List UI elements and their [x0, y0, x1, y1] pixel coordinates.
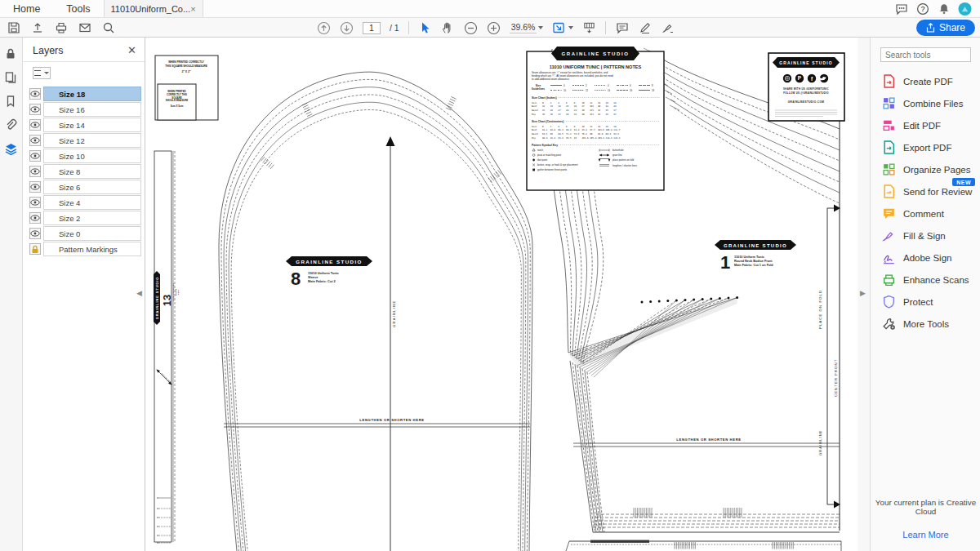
eye-icon[interactable]	[29, 181, 41, 193]
page-scrolling-icon[interactable]	[582, 21, 596, 35]
layer-row-pattern-markings[interactable]: Pattern Markings	[29, 241, 141, 257]
collapse-right-panel-icon[interactable]: ▶	[860, 289, 866, 297]
lock-icon[interactable]	[4, 47, 18, 61]
eye-icon[interactable]	[29, 166, 41, 177]
zoom-out-icon[interactable]	[464, 21, 478, 35]
save-icon[interactable]	[7, 21, 20, 35]
tab-tools[interactable]: Tools	[53, 0, 103, 17]
size-chart-row: Waist 63.5 66 68.5 71.1 73.6 76.2 80 83.…	[532, 132, 619, 136]
layer-row-size-14[interactable]: Size 14	[29, 117, 141, 133]
tool-more-tools[interactable]: More Tools	[871, 313, 980, 335]
tool-comment[interactable]: Comment	[871, 202, 980, 224]
layer-row-size-4[interactable]: Size 4	[29, 194, 141, 211]
print-icon[interactable]	[54, 21, 68, 35]
layer-row-size-12[interactable]: Size 12	[29, 132, 141, 149]
highlight-pencil-icon[interactable]	[638, 21, 652, 35]
bodice-label: GRAINLINE STUDIO 1 11010 Uniform Tunic R…	[715, 240, 796, 273]
layer-row-size-0[interactable]: Size 0	[29, 225, 141, 242]
collapse-left-panel-icon[interactable]: ◀	[136, 289, 142, 297]
email-icon[interactable]	[78, 21, 91, 35]
page-count: / 1	[390, 23, 399, 33]
layer-row-size-18[interactable]: Size 18	[29, 86, 141, 102]
previous-page-icon[interactable]	[317, 21, 331, 35]
layer-row-size-10[interactable]: Size 10	[29, 148, 141, 164]
layer-row-size-2[interactable]: Size 2	[29, 210, 141, 226]
tool-label: More Tools	[903, 319, 949, 329]
page-number-input[interactable]	[363, 22, 381, 34]
help-glyph: ?	[920, 5, 924, 13]
share-button[interactable]: Share	[916, 20, 975, 36]
fit-width-dropdown[interactable]	[552, 21, 573, 34]
eye-icon[interactable]	[29, 228, 41, 239]
close-panel-icon[interactable]: ✕	[127, 44, 136, 56]
chat-icon[interactable]	[894, 2, 908, 16]
tool-label: Organize Pages	[903, 165, 970, 175]
guide-size: 18	[652, 89, 655, 92]
caret-down-icon	[568, 26, 573, 29]
tool-create-pdf[interactable]: Create PDF	[871, 70, 980, 92]
select-tool-icon[interactable]	[418, 21, 432, 35]
tool-send-for-review[interactable]: NEW Send for Review	[871, 180, 980, 202]
tab-home[interactable]: Home	[0, 0, 53, 17]
pages-icon[interactable]	[4, 71, 18, 85]
toolbar: / 1 39.6%	[0, 18, 980, 38]
layer-label: Size 4	[43, 195, 141, 210]
more-tools-icon	[882, 317, 896, 331]
sleeve-lengthen-label: LENGTHEN OR SHORTEN HERE	[359, 418, 424, 422]
search-icon[interactable]	[101, 21, 115, 35]
piece-line: 11010 Uniform Tunic	[734, 256, 764, 259]
lock-layer-icon[interactable]	[29, 243, 41, 255]
upload-icon[interactable]	[30, 21, 44, 35]
key-item: pivot or matching point	[537, 153, 561, 157]
next-page-icon[interactable]	[340, 21, 354, 35]
paperclip-icon[interactable]	[4, 118, 18, 132]
eye-icon[interactable]	[29, 119, 41, 131]
tab-document[interactable]: 11010Uniform_Co... ×	[104, 0, 203, 17]
tool-edit-pdf[interactable]: Edit PDF	[871, 114, 980, 136]
eye-icon[interactable]	[29, 88, 41, 100]
help-icon[interactable]: ?	[915, 2, 929, 16]
layer-row-size-8[interactable]: Size 8	[29, 163, 141, 180]
tool-fill-sign[interactable]: Fill & Sign	[871, 224, 980, 247]
tool-label: Comment	[903, 209, 944, 219]
layer-row-size-16[interactable]: Size 16	[29, 101, 141, 118]
eye-icon[interactable]	[29, 197, 41, 208]
sign-pen-icon[interactable]	[661, 21, 675, 35]
tool-organize-pages[interactable]: Organize Pages	[871, 158, 980, 180]
tool-enhance-scans[interactable]: Enhance Scans	[871, 269, 980, 291]
binding-grainline-label: GRAINLINE	[161, 373, 171, 383]
key-item: notch	[537, 149, 543, 152]
bell-icon[interactable]	[937, 2, 951, 16]
avatar[interactable]	[958, 2, 972, 16]
test-square: WHEN PRINTED CORRECTLY THIS SQUARE SHOUL…	[155, 56, 218, 120]
comment-bubble-icon[interactable]	[615, 21, 629, 35]
hand-tool-icon[interactable]	[441, 21, 455, 35]
eye-icon[interactable]	[29, 135, 41, 146]
organize-pages-icon	[882, 162, 896, 176]
search-tools-input[interactable]	[880, 47, 971, 62]
eye-icon[interactable]	[29, 104, 41, 115]
learn-more-link[interactable]: Learn More	[871, 530, 980, 540]
close-tab-icon[interactable]: ×	[190, 4, 195, 14]
zoom-level-dropdown[interactable]: 39.6%	[510, 22, 544, 33]
notes-title: 11010 UNIFORM TUNIC | PATTERN NOTES	[550, 64, 642, 69]
test-square-text: WHEN PRINTED CORRECTLY	[168, 60, 205, 64]
tool-protect[interactable]: Protect	[871, 291, 980, 313]
tool-combine-files[interactable]: Combine Files	[871, 92, 980, 114]
tool-export-pdf[interactable]: Export PDF	[871, 136, 980, 158]
bookmark-icon[interactable]	[4, 95, 18, 109]
pdf-canvas[interactable]: GRAINLINE LENGTHEN OR SHORTEN HERE GRAIN…	[145, 38, 858, 551]
layer-row-size-6[interactable]: Size 6	[29, 179, 141, 195]
sleeve-piece: GRAINLINE LENGTHEN OR SHORTEN HERE GRAIN…	[219, 72, 532, 551]
eye-icon[interactable]	[29, 212, 41, 224]
key-item: lengthen / shorten lines	[612, 164, 637, 167]
eye-icon[interactable]	[29, 150, 41, 162]
tool-label: Enhance Scans	[903, 275, 969, 285]
zoom-in-icon[interactable]	[487, 21, 501, 35]
brand-banner: GRAINLINE STUDIO	[779, 60, 832, 65]
tool-adobe-sign[interactable]: Adobe Sign	[871, 247, 980, 269]
tab-tools-label: Tools	[66, 3, 90, 15]
layer-options-button[interactable]	[33, 67, 51, 79]
tool-label: Edit PDF	[903, 121, 941, 131]
layers-icon[interactable]	[4, 142, 18, 156]
